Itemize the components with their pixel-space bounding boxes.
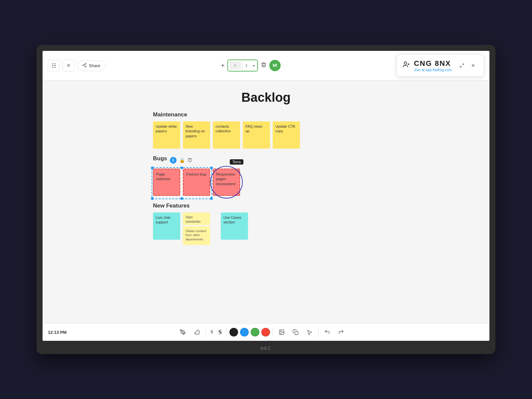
svg-line-9 (460, 66, 462, 67)
new-features-stickies: Live chat support Start newsletter Obtai… (153, 212, 379, 245)
main-toolbar-group: S S (177, 326, 347, 338)
gap-spacer (213, 212, 218, 245)
sticky-responsive-pages-container: Responsive pages inconsistent Terra (213, 169, 240, 196)
stroke-thick-button[interactable]: S (216, 328, 224, 337)
maintenance-section: Maintenance Update white papers New bran… (153, 111, 379, 149)
bugs-trash-icon[interactable] (188, 158, 192, 163)
svg-line-3 (84, 65, 85, 66)
maintenance-title: Maintenance (153, 111, 379, 118)
bugs-header: Bugs 3 🔒 (153, 155, 379, 165)
time-display: 12:13 PM (48, 330, 66, 335)
handle-bm (181, 197, 183, 200)
minimize-share-button[interactable] (457, 61, 466, 70)
top-bar-left: ☷ ≡ Share (48, 60, 105, 71)
color-green-button[interactable] (251, 328, 259, 336)
frame-indicator: ▦ 1 ▾ (227, 60, 258, 71)
sticky-new-branding[interactable]: New branding on papers (183, 121, 210, 149)
sidebar-toggle-button[interactable]: ☷ (48, 60, 60, 71)
maintenance-stickies: Update white papers New branding on pape… (153, 121, 379, 149)
color-black-button[interactable] (229, 328, 238, 336)
board-title: Backlog (241, 90, 291, 105)
divider-3 (273, 328, 273, 337)
delete-frame-button[interactable] (261, 62, 267, 69)
select-tool-button[interactable] (304, 326, 316, 338)
screen: ☷ ≡ Share + (43, 51, 489, 341)
canvas-area: Backlog Maintenance Update white papers … (43, 80, 489, 323)
bottom-toolbar: 12:13 PM (43, 323, 489, 341)
new-features-section: New Features Live chat support Start new… (153, 202, 379, 245)
color-group (229, 328, 270, 336)
extra-tools-group (276, 326, 316, 338)
sticky-responsive-pages[interactable]: Responsive pages inconsistent (213, 169, 240, 196)
bugs-count-badge: 3 (170, 157, 177, 164)
divider-4 (318, 328, 319, 337)
color-blue-button[interactable] (240, 328, 249, 336)
redo-button[interactable] (335, 326, 347, 338)
sticky-use-cases[interactable]: Use Cases section (221, 212, 248, 240)
frame-thumbnail: ▦ (228, 60, 243, 71)
image-tool-button[interactable] (276, 326, 288, 338)
frame-count: 1 (243, 60, 250, 71)
menu-icon: ≡ (67, 63, 70, 68)
svg-line-8 (462, 64, 464, 65)
frame-dropdown-button[interactable]: ▾ (250, 60, 257, 71)
monitor: ☷ ≡ Share + (37, 45, 495, 354)
add-frame-button[interactable]: + (221, 62, 225, 69)
share-panel-info: CNG 8NX Join at app.flatfrog.com (414, 59, 452, 72)
bugs-stickies-container: Page redirects Favicon bug Responsive pa… (153, 169, 240, 196)
share-code: CNG 8NX (414, 59, 452, 68)
undo-button[interactable] (321, 326, 333, 338)
svg-rect-15 (295, 332, 298, 335)
sticky-update-white-papers[interactable]: Update white papers (153, 121, 180, 149)
share-panel-actions (457, 61, 478, 70)
top-bar: ☷ ≡ Share + (43, 51, 489, 80)
share-panel: CNG 8NX Join at app.flatfrog.com (396, 54, 484, 77)
svg-line-4 (84, 64, 85, 65)
svg-point-2 (85, 66, 86, 67)
sticky-live-chat[interactable]: Live chat support (153, 212, 180, 240)
person-add-icon (403, 61, 410, 70)
share-button[interactable]: Share (77, 60, 105, 71)
color-red-button[interactable] (261, 328, 270, 336)
sticky-start-newsletter[interactable]: Start newsletter (183, 212, 210, 225)
svg-point-14 (280, 331, 281, 332)
monitor-brand: NEC (260, 346, 271, 351)
sticky-page-redirects[interactable]: Page redirects (153, 169, 180, 196)
bugs-lock-icon[interactable]: 🔒 (179, 158, 185, 163)
stroke-thin-button[interactable]: S (208, 328, 215, 336)
sticky-contacts-collection[interactable]: contacts collection (213, 121, 240, 149)
svg-point-0 (85, 63, 86, 65)
pen-tools-group (177, 326, 203, 338)
share-label: Share (89, 63, 100, 68)
bugs-section: Bugs 3 🔒 Page redirects (153, 155, 379, 196)
time-group: 12:13 PM (48, 330, 66, 335)
chevron-down-icon: ▾ (253, 64, 255, 67)
top-bar-center: + ▦ 1 ▾ (109, 60, 393, 71)
bugs-stickies: Page redirects Favicon bug Responsive pa… (153, 169, 240, 196)
sidebar-icon: ☷ (52, 63, 56, 69)
start-newsletter-group: Start newsletter Obtain content from oth… (183, 212, 210, 245)
new-features-title: New Features (153, 202, 379, 209)
svg-point-12 (182, 332, 183, 332)
svg-point-5 (404, 62, 406, 64)
share-url: Join at app.flatfrog.com (414, 68, 452, 72)
sticky-favicon-bug[interactable]: Favicon bug (183, 169, 210, 196)
handle-bl (151, 197, 154, 200)
divider-1 (205, 328, 206, 337)
share-network-icon (82, 63, 87, 68)
eraser-tool-button[interactable] (191, 326, 203, 338)
svg-point-1 (83, 65, 84, 66)
canvas-content: Backlog Maintenance Update white papers … (43, 80, 489, 323)
divider-2 (226, 328, 227, 337)
user-avatar: MI (269, 60, 281, 71)
undo-redo-group (321, 326, 347, 338)
sticky-update-cta[interactable]: Update CTA copy (273, 121, 300, 149)
menu-button[interactable]: ≡ (63, 60, 74, 71)
close-share-button[interactable] (468, 61, 478, 70)
pen-tool-button[interactable] (177, 326, 189, 338)
bugs-title: Bugs (153, 155, 167, 162)
sticky-faq-cleanup[interactable]: FAQ clean up (243, 121, 270, 149)
duplicate-tool-button[interactable] (290, 326, 302, 338)
sticky-obtain-content[interactable]: Obtain content from other departments (183, 226, 210, 245)
terra-label: Terra (230, 159, 243, 165)
